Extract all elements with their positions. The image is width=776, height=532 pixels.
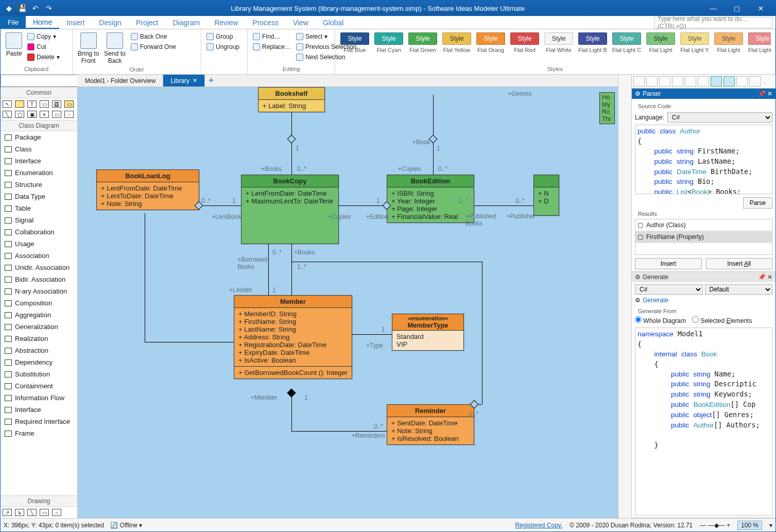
tab-home[interactable]: Home bbox=[26, 16, 59, 29]
toolbox-item[interactable]: Enumeration bbox=[1, 167, 77, 179]
rp-tool-1[interactable] bbox=[633, 76, 645, 87]
bring-to-front-button[interactable]: Bring to Front bbox=[77, 31, 100, 65]
save-icon[interactable]: 💾 bbox=[17, 3, 27, 13]
rp-tool-5[interactable] bbox=[685, 76, 696, 87]
style-chip[interactable]: Style bbox=[476, 32, 505, 45]
tab-diagram[interactable]: Diagram bbox=[166, 16, 208, 29]
draw-rect[interactable]: ▭ bbox=[40, 509, 49, 516]
toolbox-item[interactable]: Required Interface bbox=[1, 416, 77, 427]
style-chip[interactable]: Style bbox=[578, 32, 607, 45]
tab-design[interactable]: Design bbox=[92, 16, 129, 29]
toolbox-item[interactable]: Containment bbox=[1, 380, 77, 392]
rp-tool-3[interactable] bbox=[659, 76, 670, 87]
tab-process[interactable]: Process bbox=[245, 16, 286, 29]
file-menu[interactable]: File bbox=[1, 16, 26, 29]
style-chip[interactable]: Style bbox=[544, 32, 573, 45]
parser-panel-header[interactable]: ⚙Parser📌 ✕ bbox=[632, 89, 775, 99]
parser-results[interactable]: ▢Author (Class) ▢FirstName (Property) bbox=[635, 219, 772, 255]
generate-output-code[interactable]: namespace Model1 { internal class Book {… bbox=[635, 328, 772, 516]
tool-note[interactable] bbox=[15, 100, 24, 108]
toolbox-item[interactable]: Dependency bbox=[1, 356, 77, 368]
close-tab-icon[interactable]: ✕ bbox=[193, 77, 197, 84]
toolbox-item[interactable]: Realization bbox=[1, 333, 77, 345]
drawing-header[interactable]: Drawing bbox=[1, 495, 77, 507]
toolbox-item[interactable]: N-ary Association bbox=[1, 285, 77, 297]
group-button[interactable]: Group bbox=[205, 32, 240, 41]
toolbox-item[interactable]: Composition bbox=[1, 297, 77, 309]
delete-button[interactable]: Delete ▾ bbox=[26, 53, 61, 61]
insert-all-button[interactable]: Insert All bbox=[706, 258, 773, 269]
draw-line[interactable]: ╲ bbox=[27, 509, 37, 516]
class-bookcopy[interactable]: BookCopy + LentFromDate: DateTime+ Maxim… bbox=[241, 175, 339, 244]
send-to-back-button[interactable]: Send to Back bbox=[103, 31, 126, 65]
rp-tool-10[interactable] bbox=[749, 76, 761, 87]
tool-line[interactable]: ╲ bbox=[3, 111, 12, 118]
ungroup-button[interactable]: Ungroup bbox=[205, 43, 240, 51]
copy-button[interactable]: Copy ▾ bbox=[26, 32, 61, 41]
style-chip[interactable]: Style bbox=[442, 32, 471, 45]
rp-tool-6[interactable] bbox=[698, 76, 709, 87]
tab-review[interactable]: Review bbox=[207, 16, 245, 29]
tool-pointer[interactable]: ↖ bbox=[3, 100, 12, 108]
style-chip[interactable]: Style bbox=[408, 32, 437, 45]
zoom-dropdown[interactable]: ▾ bbox=[769, 522, 772, 529]
rp-tool-4[interactable] bbox=[672, 76, 683, 87]
tool-container[interactable]: ▣ bbox=[27, 111, 37, 118]
registered-copy-link[interactable]: Registered Copy. bbox=[515, 522, 562, 529]
style-chip[interactable]: Style bbox=[748, 32, 771, 45]
insert-button[interactable]: Insert bbox=[635, 258, 702, 269]
style-chip[interactable]: Style bbox=[612, 32, 641, 45]
cut-button[interactable]: Cut bbox=[26, 43, 61, 51]
result-author[interactable]: ▢Author (Class) bbox=[635, 219, 772, 231]
result-firstname[interactable]: ▢FirstName (Property) bbox=[635, 231, 772, 243]
command-search[interactable]: Type here what you want to do… (CTRL+Q) bbox=[654, 17, 772, 28]
style-chip[interactable]: Style bbox=[646, 32, 675, 45]
maximize-button[interactable]: ▢ bbox=[725, 1, 749, 16]
style-chip[interactable]: Style bbox=[510, 32, 539, 45]
toolbox-item[interactable]: Information Flow bbox=[1, 392, 77, 404]
toolbox-item[interactable]: Bidir. Association bbox=[1, 273, 77, 285]
toolbox-item[interactable]: Unidir. Association bbox=[1, 262, 77, 273]
class-member[interactable]: Member + MemberID: String+ FirstName: St… bbox=[234, 295, 352, 379]
tool-group[interactable]: ▭ bbox=[52, 111, 61, 118]
generate-template-select[interactable]: Default bbox=[705, 284, 773, 295]
toolbox-item[interactable]: Frame bbox=[1, 427, 77, 439]
tool-rect[interactable]: ▭ bbox=[40, 100, 49, 108]
style-chip[interactable]: Style bbox=[340, 32, 369, 45]
draw-arrow[interactable]: ↗ bbox=[3, 509, 12, 516]
generate-language-select[interactable]: C# bbox=[635, 284, 703, 295]
parser-language-select[interactable]: C# bbox=[667, 112, 772, 123]
tab-project[interactable]: Project bbox=[129, 16, 166, 29]
back-one-button[interactable]: Back One bbox=[130, 32, 177, 41]
redo-icon[interactable]: ↷ bbox=[44, 3, 54, 13]
parser-source-code[interactable]: public class Author { public string Firs… bbox=[635, 125, 772, 194]
toolbox-item[interactable]: Signal bbox=[1, 214, 77, 226]
zoom-value[interactable]: 100 % bbox=[737, 521, 762, 530]
style-chip[interactable]: Style bbox=[680, 32, 709, 45]
toolbox-item[interactable]: Substitution bbox=[1, 368, 77, 380]
toolbox-item[interactable]: Usage bbox=[1, 238, 77, 250]
undo-icon[interactable]: ↶ bbox=[30, 3, 41, 13]
replace-button[interactable]: Replace… bbox=[252, 43, 292, 51]
toolbox-search-input[interactable] bbox=[1, 75, 83, 87]
class-diagram-header[interactable]: Class Diagram bbox=[1, 120, 77, 131]
status-offline[interactable]: 🔄 Offline ▾ bbox=[110, 522, 142, 529]
toolbox-item[interactable]: Data Type bbox=[1, 191, 77, 202]
radio-selected-elements[interactable]: Selected Elements bbox=[692, 316, 752, 324]
draw-polyline[interactable]: ↳ bbox=[15, 509, 24, 516]
class-bookshelf[interactable]: Bookshelf + Label: String bbox=[258, 87, 325, 112]
tab-insert[interactable]: Insert bbox=[59, 16, 92, 29]
toolbox-item[interactable]: Collaboration bbox=[1, 226, 77, 238]
generate-panel-header[interactable]: ⚙Generate📌 ✕ bbox=[632, 272, 775, 282]
class-bookloanlog[interactable]: BookLoanLog + LentFromDate: DateTime+ Le… bbox=[96, 169, 199, 210]
forward-one-button[interactable]: Forward One bbox=[130, 43, 177, 51]
toolbox-item[interactable]: Aggregation bbox=[1, 309, 77, 321]
toolbox-item[interactable]: Package bbox=[1, 131, 77, 143]
tool-text[interactable]: T bbox=[27, 100, 37, 108]
style-chip[interactable]: Style bbox=[714, 32, 743, 45]
toolbox-item[interactable]: Class bbox=[1, 143, 77, 155]
find-button[interactable]: Find… bbox=[252, 32, 292, 41]
toolbox-item[interactable]: Generalization bbox=[1, 321, 77, 333]
add-tab-button[interactable]: + bbox=[205, 75, 217, 87]
close-button[interactable]: ✕ bbox=[749, 1, 772, 16]
